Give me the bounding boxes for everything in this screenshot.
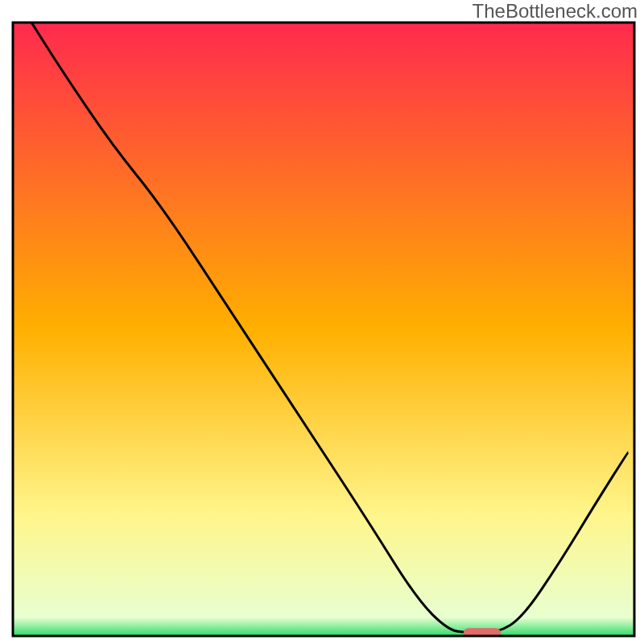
watermark-text: TheBottleneck.com bbox=[473, 0, 638, 23]
chart-svg bbox=[0, 0, 644, 644]
plot-background bbox=[13, 23, 634, 636]
bottleneck-chart: TheBottleneck.com bbox=[0, 0, 644, 644]
